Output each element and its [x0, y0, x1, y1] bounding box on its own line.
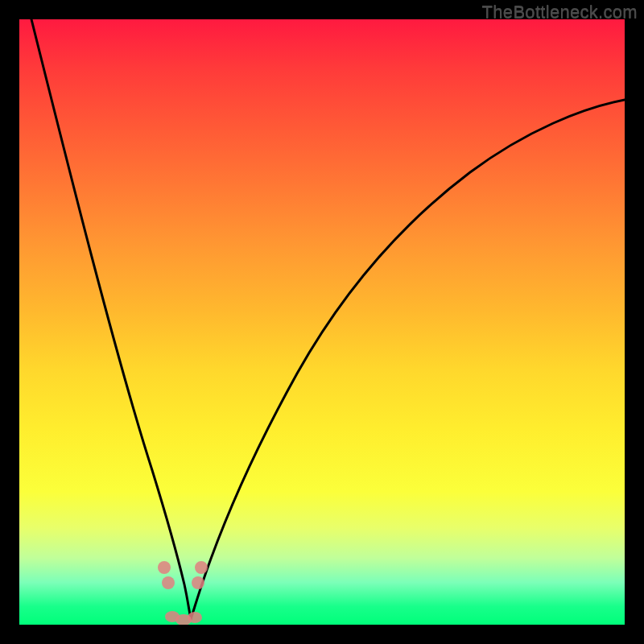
bottleneck-curve-plot [19, 19, 625, 625]
marker-right-lower [192, 576, 204, 589]
plot-frame [19, 19, 625, 625]
curve-left-branch [31, 19, 191, 619]
curve-right-branch [191, 100, 625, 619]
marker-left-lower [162, 576, 175, 589]
marker-left-upper [158, 561, 171, 574]
watermark-text: TheBottleneck.com [482, 2, 638, 23]
marker-valley-right [188, 612, 202, 623]
marker-right-upper [195, 561, 208, 574]
